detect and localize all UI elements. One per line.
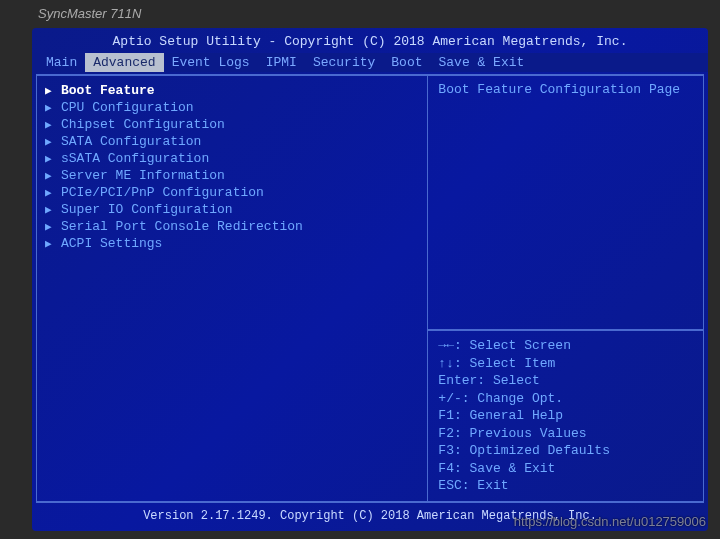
monitor-model-label: SyncMaster 711N	[38, 6, 141, 21]
menu-item-label: ACPI Settings	[61, 236, 162, 251]
keymap-line: →←: Select Screen	[438, 337, 693, 355]
menu-list[interactable]: ▶Boot Feature▶CPU Configuration▶Chipset …	[36, 75, 427, 502]
menu-item-acpi-settings[interactable]: ▶ACPI Settings	[45, 235, 419, 252]
menu-item-super-io-configuration[interactable]: ▶Super IO Configuration	[45, 201, 419, 218]
keymap-line: Enter: Select	[438, 372, 693, 390]
keymap-line: F4: Save & Exit	[438, 460, 693, 478]
help-panel: Boot Feature Configuration Page	[427, 75, 704, 330]
tab-boot[interactable]: Boot	[383, 53, 430, 72]
menu-item-chipset-configuration[interactable]: ▶Chipset Configuration	[45, 116, 419, 133]
menu-item-server-me-information[interactable]: ▶Server ME Information	[45, 167, 419, 184]
menu-item-cpu-configuration[interactable]: ▶CPU Configuration	[45, 99, 419, 116]
menu-item-pcie-pci-pnp-configuration[interactable]: ▶PCIe/PCI/PnP Configuration	[45, 184, 419, 201]
menu-item-label: Boot Feature	[61, 83, 155, 98]
menu-item-boot-feature[interactable]: ▶Boot Feature	[45, 82, 419, 99]
tab-ipmi[interactable]: IPMI	[258, 53, 305, 72]
submenu-arrow-icon: ▶	[45, 84, 55, 97]
submenu-arrow-icon: ▶	[45, 186, 55, 199]
tab-main[interactable]: Main	[38, 53, 85, 72]
keymap-line: F1: General Help	[438, 407, 693, 425]
help-title: Boot Feature Configuration Page	[438, 82, 693, 97]
keymap-panel: →←: Select Screen↑↓: Select ItemEnter: S…	[427, 330, 704, 502]
menu-item-ssata-configuration[interactable]: ▶sSATA Configuration	[45, 150, 419, 167]
menu-item-label: sSATA Configuration	[61, 151, 209, 166]
menu-item-label: SATA Configuration	[61, 134, 201, 149]
content-area: ▶Boot Feature▶CPU Configuration▶Chipset …	[36, 74, 704, 503]
tab-bar[interactable]: MainAdvancedEvent LogsIPMISecurityBootSa…	[32, 53, 708, 72]
bios-screen: Aptio Setup Utility - Copyright (C) 2018…	[32, 28, 708, 531]
submenu-arrow-icon: ▶	[45, 135, 55, 148]
submenu-arrow-icon: ▶	[45, 152, 55, 165]
menu-item-label: Chipset Configuration	[61, 117, 225, 132]
submenu-arrow-icon: ▶	[45, 220, 55, 233]
submenu-arrow-icon: ▶	[45, 101, 55, 114]
tab-security[interactable]: Security	[305, 53, 383, 72]
keymap-line: ESC: Exit	[438, 477, 693, 495]
submenu-arrow-icon: ▶	[45, 237, 55, 250]
submenu-arrow-icon: ▶	[45, 169, 55, 182]
menu-item-sata-configuration[interactable]: ▶SATA Configuration	[45, 133, 419, 150]
keymap-line: F3: Optimized Defaults	[438, 442, 693, 460]
submenu-arrow-icon: ▶	[45, 203, 55, 216]
keymap-line: +/-: Change Opt.	[438, 390, 693, 408]
monitor-bezel: SyncMaster 711N Aptio Setup Utility - Co…	[0, 0, 720, 539]
watermark: https://blog.csdn.net/u012759006	[514, 514, 706, 529]
menu-item-label: Serial Port Console Redirection	[61, 219, 303, 234]
menu-item-label: Super IO Configuration	[61, 202, 233, 217]
menu-item-label: CPU Configuration	[61, 100, 194, 115]
tab-save-exit[interactable]: Save & Exit	[431, 53, 533, 72]
menu-item-label: PCIe/PCI/PnP Configuration	[61, 185, 264, 200]
keymap-line: F2: Previous Values	[438, 425, 693, 443]
tab-event-logs[interactable]: Event Logs	[164, 53, 258, 72]
menu-item-serial-port-console-redirection[interactable]: ▶Serial Port Console Redirection	[45, 218, 419, 235]
utility-title: Aptio Setup Utility - Copyright (C) 2018…	[32, 28, 708, 53]
submenu-arrow-icon: ▶	[45, 118, 55, 131]
tab-advanced[interactable]: Advanced	[85, 53, 163, 72]
keymap-line: ↑↓: Select Item	[438, 355, 693, 373]
menu-item-label: Server ME Information	[61, 168, 225, 183]
